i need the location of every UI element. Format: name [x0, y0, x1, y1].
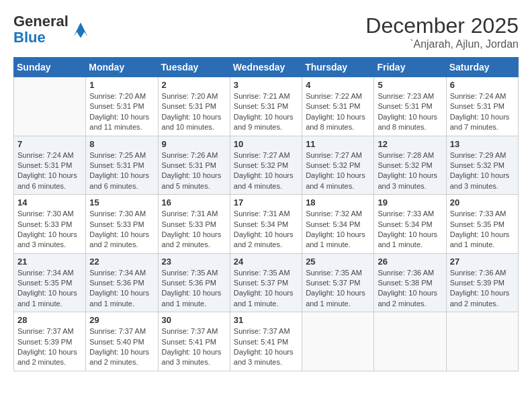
- day-number: 4: [306, 80, 370, 90]
- day-number: 11: [306, 139, 370, 149]
- calendar-cell: 18Sunrise: 7:32 AMSunset: 5:34 PMDayligh…: [302, 195, 374, 254]
- day-number: 20: [450, 197, 515, 208]
- day-info: Sunrise: 7:36 AMSunset: 5:38 PMDaylight:…: [378, 268, 442, 310]
- day-number: 5: [378, 80, 442, 90]
- day-info: Sunrise: 7:30 AMSunset: 5:33 PMDaylight:…: [89, 209, 154, 250]
- logo-blue: Blue: [13, 30, 69, 46]
- day-number: 8: [89, 139, 154, 149]
- day-number: 24: [234, 257, 298, 267]
- calendar-cell: 23Sunrise: 7:35 AMSunset: 5:36 PMDayligh…: [158, 253, 230, 312]
- day-number: 22: [89, 257, 154, 267]
- calendar-cell: 16Sunrise: 7:31 AMSunset: 5:33 PMDayligh…: [158, 195, 230, 254]
- calendar-cell: 25Sunrise: 7:35 AMSunset: 5:37 PMDayligh…: [302, 253, 374, 312]
- calendar-table: SundayMondayTuesdayWednesdayThursdayFrid…: [13, 57, 519, 371]
- day-info: Sunrise: 7:21 AMSunset: 5:31 PMDaylight:…: [234, 91, 298, 133]
- day-number: 21: [17, 257, 82, 267]
- calendar-week-row: 7Sunrise: 7:24 AMSunset: 5:31 PMDaylight…: [14, 136, 519, 195]
- page-header: General Blue December 2025 `Anjarah, Ajl…: [13, 13, 519, 50]
- calendar-cell: 5Sunrise: 7:23 AMSunset: 5:31 PMDaylight…: [374, 77, 446, 136]
- day-number: 28: [17, 315, 82, 325]
- day-number: 14: [17, 197, 82, 208]
- calendar-cell: [14, 77, 86, 136]
- day-info: Sunrise: 7:28 AMSunset: 5:32 PMDaylight:…: [378, 150, 442, 192]
- calendar-subtitle: `Anjarah, Ajlun, Jordan: [365, 38, 519, 50]
- day-number: 18: [306, 197, 370, 208]
- header-monday: Monday: [86, 58, 158, 77]
- calendar-cell: 22Sunrise: 7:34 AMSunset: 5:36 PMDayligh…: [86, 253, 158, 312]
- day-number: 29: [89, 315, 154, 325]
- calendar-cell: [374, 312, 446, 371]
- header-wednesday: Wednesday: [230, 58, 302, 77]
- day-number: 10: [234, 139, 298, 149]
- day-info: Sunrise: 7:25 AMSunset: 5:31 PMDaylight:…: [89, 150, 154, 192]
- logo-general: General: [13, 13, 69, 30]
- day-number: 31: [234, 315, 298, 325]
- calendar-cell: 20Sunrise: 7:33 AMSunset: 5:35 PMDayligh…: [446, 195, 518, 254]
- day-info: Sunrise: 7:20 AMSunset: 5:31 PMDaylight:…: [162, 91, 226, 133]
- day-info: Sunrise: 7:37 AMSunset: 5:41 PMDaylight:…: [234, 326, 298, 368]
- day-info: Sunrise: 7:29 AMSunset: 5:32 PMDaylight:…: [450, 150, 515, 192]
- calendar-week-row: 14Sunrise: 7:30 AMSunset: 5:33 PMDayligh…: [14, 195, 519, 254]
- header-saturday: Saturday: [446, 58, 518, 77]
- calendar-title: December 2025: [365, 13, 519, 38]
- day-info: Sunrise: 7:33 AMSunset: 5:35 PMDaylight:…: [450, 209, 515, 250]
- calendar-cell: 27Sunrise: 7:36 AMSunset: 5:39 PMDayligh…: [446, 253, 518, 312]
- day-info: Sunrise: 7:30 AMSunset: 5:33 PMDaylight:…: [17, 209, 82, 250]
- calendar-week-row: 21Sunrise: 7:34 AMSunset: 5:35 PMDayligh…: [14, 253, 519, 312]
- day-info: Sunrise: 7:24 AMSunset: 5:31 PMDaylight:…: [17, 150, 82, 192]
- calendar-cell: 3Sunrise: 7:21 AMSunset: 5:31 PMDaylight…: [230, 77, 302, 136]
- header-tuesday: Tuesday: [158, 58, 230, 77]
- day-number: 27: [450, 257, 515, 267]
- day-info: Sunrise: 7:27 AMSunset: 5:32 PMDaylight:…: [306, 150, 370, 192]
- day-info: Sunrise: 7:37 AMSunset: 5:40 PMDaylight:…: [89, 326, 154, 368]
- calendar-cell: 13Sunrise: 7:29 AMSunset: 5:32 PMDayligh…: [446, 136, 518, 195]
- day-number: 23: [162, 257, 226, 267]
- calendar-cell: 1Sunrise: 7:20 AMSunset: 5:31 PMDaylight…: [86, 77, 158, 136]
- calendar-cell: 15Sunrise: 7:30 AMSunset: 5:33 PMDayligh…: [86, 195, 158, 254]
- calendar-cell: 29Sunrise: 7:37 AMSunset: 5:40 PMDayligh…: [86, 312, 158, 371]
- logo-icon: [71, 20, 90, 39]
- calendar-cell: 19Sunrise: 7:33 AMSunset: 5:34 PMDayligh…: [374, 195, 446, 254]
- calendar-cell: 31Sunrise: 7:37 AMSunset: 5:41 PMDayligh…: [230, 312, 302, 371]
- calendar-cell: 9Sunrise: 7:26 AMSunset: 5:31 PMDaylight…: [158, 136, 230, 195]
- day-info: Sunrise: 7:24 AMSunset: 5:31 PMDaylight:…: [450, 91, 515, 133]
- day-number: 1: [89, 80, 154, 90]
- day-number: 2: [162, 80, 226, 90]
- day-info: Sunrise: 7:31 AMSunset: 5:33 PMDaylight:…: [162, 209, 226, 250]
- calendar-cell: 2Sunrise: 7:20 AMSunset: 5:31 PMDaylight…: [158, 77, 230, 136]
- calendar-cell: [302, 312, 374, 371]
- calendar-cell: 17Sunrise: 7:31 AMSunset: 5:34 PMDayligh…: [230, 195, 302, 254]
- logo: General Blue: [13, 13, 90, 46]
- day-info: Sunrise: 7:34 AMSunset: 5:36 PMDaylight:…: [89, 268, 154, 310]
- day-info: Sunrise: 7:35 AMSunset: 5:36 PMDaylight:…: [162, 268, 226, 310]
- day-number: 7: [17, 139, 82, 149]
- day-number: 3: [234, 80, 298, 90]
- day-number: 16: [162, 197, 226, 208]
- calendar-cell: 26Sunrise: 7:36 AMSunset: 5:38 PMDayligh…: [374, 253, 446, 312]
- day-info: Sunrise: 7:37 AMSunset: 5:39 PMDaylight:…: [17, 326, 82, 368]
- day-info: Sunrise: 7:22 AMSunset: 5:31 PMDaylight:…: [306, 91, 370, 133]
- calendar-cell: 24Sunrise: 7:35 AMSunset: 5:37 PMDayligh…: [230, 253, 302, 312]
- day-info: Sunrise: 7:35 AMSunset: 5:37 PMDaylight:…: [306, 268, 370, 310]
- calendar-week-row: 1Sunrise: 7:20 AMSunset: 5:31 PMDaylight…: [14, 77, 519, 136]
- day-info: Sunrise: 7:36 AMSunset: 5:39 PMDaylight:…: [450, 268, 515, 310]
- calendar-week-row: 28Sunrise: 7:37 AMSunset: 5:39 PMDayligh…: [14, 312, 519, 371]
- calendar-cell: 10Sunrise: 7:27 AMSunset: 5:32 PMDayligh…: [230, 136, 302, 195]
- day-info: Sunrise: 7:37 AMSunset: 5:41 PMDaylight:…: [162, 326, 226, 368]
- day-info: Sunrise: 7:23 AMSunset: 5:31 PMDaylight:…: [378, 91, 442, 133]
- calendar-cell: 6Sunrise: 7:24 AMSunset: 5:31 PMDaylight…: [446, 77, 518, 136]
- calendar-header-row: SundayMondayTuesdayWednesdayThursdayFrid…: [14, 58, 519, 77]
- calendar-cell: 4Sunrise: 7:22 AMSunset: 5:31 PMDaylight…: [302, 77, 374, 136]
- day-info: Sunrise: 7:20 AMSunset: 5:31 PMDaylight:…: [89, 91, 154, 133]
- calendar-cell: [446, 312, 518, 371]
- calendar-cell: 7Sunrise: 7:24 AMSunset: 5:31 PMDaylight…: [14, 136, 86, 195]
- day-number: 15: [89, 197, 154, 208]
- day-number: 30: [162, 315, 226, 325]
- day-number: 6: [450, 80, 515, 90]
- logo-text: General Blue: [13, 13, 69, 46]
- calendar-cell: 11Sunrise: 7:27 AMSunset: 5:32 PMDayligh…: [302, 136, 374, 195]
- day-number: 13: [450, 139, 515, 149]
- day-info: Sunrise: 7:34 AMSunset: 5:35 PMDaylight:…: [17, 268, 82, 310]
- day-info: Sunrise: 7:26 AMSunset: 5:31 PMDaylight:…: [162, 150, 226, 192]
- day-number: 12: [378, 139, 442, 149]
